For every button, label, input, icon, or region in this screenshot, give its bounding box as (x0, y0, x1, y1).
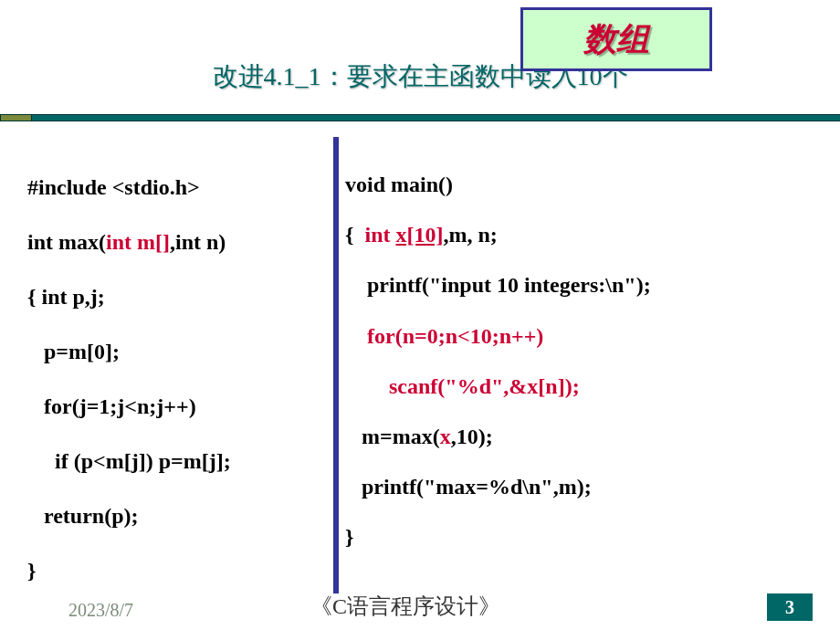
slide: 改进4.1_1：要求在主函数中读入10个 数组 #include <stdio.… (0, 0, 840, 630)
code-line: #include <stdio.h> (27, 160, 329, 215)
divider-vertical (333, 137, 339, 593)
code-line: p=m[0]; (27, 324, 329, 379)
code-line: int max(int m[],int n) (27, 215, 329, 269)
code-line: printf("max=%d\n",m); (345, 462, 811, 512)
callout-text: 数组 (583, 17, 649, 62)
code-line: for(j=1;j<n;j++) (27, 379, 329, 434)
code-block-left: #include <stdio.h> int max(int m[],int n… (27, 160, 329, 598)
page-number: 3 (767, 593, 813, 621)
code-line: printf("input 10 integers:\n"); (345, 260, 811, 310)
divider-accent (0, 114, 32, 121)
code-line: } (345, 512, 811, 562)
slide-title: 改进4.1_1：要求在主函数中读入10个 (0, 59, 840, 94)
footer-book-title: 《C语言程序设计》 (310, 592, 500, 621)
code-line: void main() (345, 160, 811, 210)
code-line: for(n=0;n<10;n++) (345, 311, 811, 362)
code-line: m=max(x,10); (345, 412, 811, 462)
code-line: scanf("%d",&x[n]); (345, 362, 811, 412)
code-line: { int x[10],m, n; (345, 210, 811, 260)
code-line: return(p); (27, 488, 329, 543)
callout-box: 数组 (520, 7, 712, 71)
code-block-right: void main() { int x[10],m, n; printf("in… (345, 160, 811, 563)
footer-date: 2023/8/7 (68, 600, 133, 621)
code-line: } (27, 543, 329, 598)
divider-horizontal (0, 114, 840, 121)
code-line: if (p<m[j]) p=m[j]; (27, 434, 329, 488)
code-line: { int p,j; (27, 269, 329, 324)
